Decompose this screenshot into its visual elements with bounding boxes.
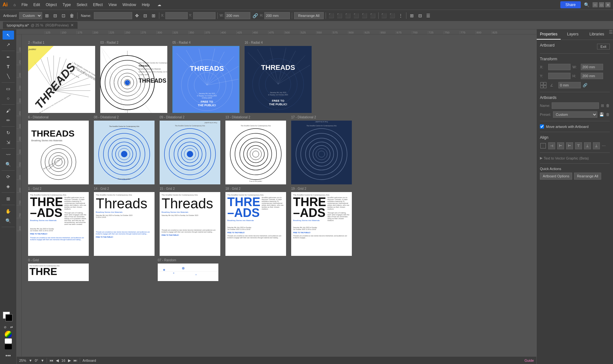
w-panel-input[interactable] (581, 64, 603, 70)
artboard-17-box[interactable]: The Arnolfini Centre for Contemporary Ar… (291, 121, 352, 184)
libraries-tab[interactable]: Libraries (585, 29, 609, 40)
canvas-main[interactable]: 2 - Radial 1 (22, 34, 536, 356)
move-artwork-checkbox[interactable] (540, 124, 544, 129)
artboard-6-dil[interactable]: 6 - Dilatational THREADS Breathing Stori… (28, 121, 89, 184)
artboard-2-box[interactable]: THREADS The Arnolfini Centre for Contemp… (28, 46, 95, 113)
artboard-18-box[interactable]: The Arnolfini Centre for Contemporary Ar… (225, 192, 286, 256)
name-input[interactable] (94, 12, 132, 19)
align-middle-btn[interactable]: ⬛ (361, 12, 368, 19)
y-input[interactable] (193, 12, 216, 19)
artboard-18-grid2[interactable]: 18 - Grid 2 The Arnolfini Centre for Con… (225, 192, 286, 256)
menu-window[interactable]: Window (120, 2, 139, 8)
artboard-0-grid[interactable]: 0 - Grid The Arnolfini Centre for Contem… (28, 264, 89, 281)
artboard-7-box[interactable] (158, 264, 218, 281)
line-tool[interactable]: ╲ (3, 72, 14, 81)
toolbar-icon3[interactable]: ⊡ (60, 12, 67, 19)
y-panel-input[interactable] (548, 73, 571, 79)
align-center-v-btn[interactable]: ⊥ (584, 142, 591, 149)
artboard-14-grid2[interactable]: 14 - Grid 2 The Arnolfini Centre for Con… (94, 192, 155, 256)
artboard-options-panel-btn[interactable]: Artboard Options (540, 173, 572, 180)
more-tools-btn[interactable]: ••• (3, 351, 14, 360)
symbol-tool[interactable]: ◈ (3, 182, 14, 191)
rotate-down-btn[interactable]: ▼ (41, 359, 44, 362)
align-right-btn[interactable]: ⬛ (344, 12, 352, 19)
w-input[interactable] (225, 12, 250, 19)
nav-last[interactable]: ⏭ (73, 358, 77, 363)
artboard-tool[interactable]: ⊞ (3, 194, 14, 203)
angle-input[interactable] (558, 82, 581, 88)
toolbar-icon4[interactable]: 🗑 (68, 12, 75, 19)
artboard-3-radial2[interactable]: 03 - Radial 2 (100, 46, 167, 113)
artboard-5-box[interactable]: THREADS (172, 46, 239, 113)
menu-view[interactable]: View (106, 2, 119, 8)
stroke-swatch[interactable] (5, 314, 12, 321)
lock-aspect-btn[interactable]: 🔗 (252, 12, 259, 19)
exit-button[interactable]: Exit (597, 44, 610, 49)
artboard-9-box[interactable]: The Arnolfini Centre for Contemporary Ar… (160, 121, 220, 184)
menu-edit[interactable]: Edit (31, 2, 43, 8)
tab-close-icon[interactable]: ✕ (71, 23, 74, 27)
warp-tool[interactable]: 〰 (3, 150, 14, 159)
share-button[interactable]: Share (560, 1, 581, 8)
no-fill-btn[interactable]: ⊘ (3, 324, 8, 330)
cloud-icon[interactable]: ☁ (155, 2, 164, 8)
color-mode-btn3[interactable] (5, 344, 12, 349)
pencil-tool[interactable]: ✏ (3, 116, 14, 125)
rearrange-all-panel-btn[interactable]: Rearrange All (574, 173, 601, 180)
swap-colors-btn[interactable]: ⇄ (9, 324, 14, 330)
artboard-13-box[interactable]: The Arnolfini Centre for Contemporary Ar… (225, 121, 286, 184)
align-center-h-btn[interactable]: ⊢ (557, 142, 564, 149)
align-bottom-btn[interactable]: ⬛ (369, 12, 376, 19)
distribute-v-btn[interactable]: ⬛ (389, 12, 396, 19)
align-left-edge-btn[interactable]: ⊣ (548, 142, 555, 149)
preset-panel-select[interactable]: Custom (553, 111, 597, 118)
home-icon[interactable]: ⌂ (11, 2, 18, 8)
toolbar-icon1[interactable]: ⊞ (43, 12, 50, 19)
menu-file[interactable]: File (19, 2, 30, 8)
artboard-6-box[interactable]: THREADS Breathing Stories into Materials (28, 121, 89, 184)
artboard-del-btn[interactable]: 🗑 (606, 103, 610, 108)
zoom-down-btn[interactable]: ▼ (29, 359, 32, 362)
artboard-3-box[interactable]: THREADS The Arnolfini Centre for Contemp… (100, 46, 167, 113)
toolbar-icon2[interactable]: ⊟ (52, 12, 59, 19)
menu-type[interactable]: Type (60, 2, 73, 8)
blend-tool[interactable]: ⟳ (3, 172, 14, 181)
artboard-19-grid2[interactable]: 19 - Grid 2 The Arnolfini Centre for Con… (291, 192, 352, 256)
color-mode-btn1[interactable] (5, 331, 12, 338)
artboard-15-box[interactable]: The Arnolfini Centre for Contemporary Ar… (160, 192, 220, 256)
type-tool[interactable]: T (3, 62, 14, 71)
name-panel-input[interactable] (552, 102, 599, 109)
color-mode-btn2[interactable] (5, 338, 12, 344)
menu-object[interactable]: Object (43, 2, 59, 8)
artboard-13-dil2c[interactable]: 13 - Dilatational 2 (225, 121, 286, 184)
zoom-tool[interactable]: 🔍 (3, 216, 14, 225)
x-input[interactable] (165, 12, 188, 19)
distribute-h-btn[interactable]: ⬛ (381, 12, 388, 19)
rectangle-tool[interactable]: ▭ (3, 84, 14, 93)
hand-tool[interactable]: ✋ (3, 207, 14, 216)
artboard-add-btn[interactable]: ⊞ (601, 103, 604, 108)
artboard-15-grid2[interactable]: 15 - Grid 2 The Arnolfini Centre for Con… (160, 192, 220, 256)
nav-prev[interactable]: ◀ (56, 358, 59, 363)
align-left-btn[interactable]: ⬛ (328, 12, 335, 19)
paintbrush-tool[interactable]: 🖌 (3, 106, 14, 115)
align-btn2[interactable]: ⊞ (150, 12, 157, 19)
close-button[interactable]: ✕ (605, 2, 610, 7)
more-align-panel-btn[interactable]: ⋯ (602, 144, 606, 148)
scale-tool[interactable]: ⇲ (3, 138, 14, 147)
align-top-btn[interactable]: ⬛ (353, 12, 360, 19)
h-panel-input[interactable] (581, 73, 603, 79)
more-align-btn[interactable]: ⋮ (397, 12, 404, 19)
move-tool-btn[interactable]: ✥ (133, 12, 140, 19)
artboard-16-box[interactable]: THREADS (245, 46, 312, 113)
search-icon[interactable]: 🔍 (584, 2, 589, 7)
nav-next[interactable]: ▶ (68, 358, 71, 363)
x-panel-input[interactable] (548, 64, 571, 70)
selection-tool[interactable]: ↖ (3, 31, 14, 40)
artboard-2-radial1[interactable]: 2 - Radial 1 (28, 46, 95, 113)
maximize-button[interactable]: □ (599, 2, 604, 7)
align-right-edge-btn[interactable]: ⊢ (566, 142, 573, 149)
artboard-8-dil2[interactable]: 08 - Dilatational 2 (94, 121, 155, 184)
circle-tool[interactable]: ○ (3, 94, 14, 103)
artboard-17-dil2d[interactable]: 17 - Dilatational 2 (291, 121, 352, 184)
